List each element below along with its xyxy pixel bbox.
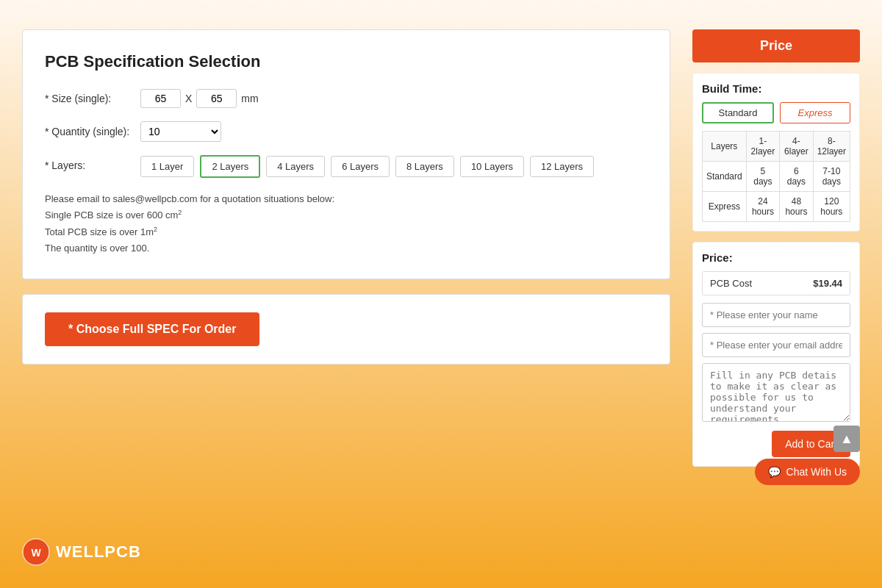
pcb-cost-row: PCB Cost $19.44 <box>702 271 850 295</box>
table-row-express: Express 24hours 48hours 120hours <box>703 192 850 222</box>
footer-logo: W WELLPCB <box>22 538 141 566</box>
row-express-8-12: 120hours <box>813 192 850 222</box>
size-separator: X <box>185 93 192 104</box>
cost-label: PCB Cost <box>710 278 752 289</box>
spec-title: PCB Specification Selection <box>45 52 648 71</box>
col-1-2: 1-2layer <box>746 132 779 162</box>
build-time-title: Build Time: <box>702 82 850 95</box>
build-time-section: Build Time: Standard Express Layers 1-2l… <box>692 73 860 232</box>
info-item-3: The quantity is over 100. <box>45 240 648 257</box>
table-row-standard: Standard 5 days 6 days 7-10days <box>703 162 850 192</box>
details-textarea[interactable] <box>702 363 850 422</box>
qty-label: * Quantity (single): <box>45 126 140 137</box>
size-row: * Size (single): X mm <box>45 89 648 108</box>
row-express-4-6: 48hours <box>780 192 813 222</box>
price-header: Price <box>692 29 860 62</box>
size-label: * Size (single): <box>45 93 140 104</box>
col-8-12: 8-12layer <box>813 132 850 162</box>
footer-logo-text: WELLPCB <box>56 542 141 562</box>
order-btn-wrap: * Choose Full SPEC For Order <box>22 294 670 365</box>
scroll-top-button[interactable]: ▲ <box>833 426 860 452</box>
layer-btn-6[interactable]: 6 Layers <box>331 156 390 177</box>
wellpcb-logo-icon: W <box>22 538 50 566</box>
info-item-2: Total PCB size is over 1m2 <box>45 224 648 240</box>
layer-btn-1[interactable]: 1 Layer <box>140 156 194 177</box>
qty-select[interactable]: 10 25 50 100 200 <box>140 121 221 142</box>
price-title: Price: <box>702 251 850 264</box>
size-unit: mm <box>241 93 258 104</box>
size-y-input[interactable] <box>196 89 237 108</box>
tab-express[interactable]: Express <box>780 102 850 123</box>
size-x-input[interactable] <box>140 89 181 108</box>
row-express-1-2: 24hours <box>746 192 779 222</box>
info-item-1: Single PCB size is over 600 cm2 <box>45 207 648 223</box>
layer-btn-10[interactable]: 10 Layers <box>460 156 524 177</box>
layers-row: * Layers: 1 Layer 2 Layers 4 Layers 6 La… <box>45 155 648 178</box>
row-express-label: Express <box>703 192 747 222</box>
email-input[interactable] <box>702 333 850 357</box>
row-standard-4-6: 6 days <box>780 162 813 192</box>
chat-label: Chat With Us <box>786 466 847 478</box>
layer-btn-8[interactable]: 8 Layers <box>395 156 454 177</box>
chat-icon: 💬 <box>768 466 781 478</box>
row-standard-8-12: 7-10days <box>813 162 850 192</box>
svg-text:W: W <box>31 547 41 559</box>
layer-btn-2[interactable]: 2 Layers <box>200 155 260 178</box>
tab-standard[interactable]: Standard <box>702 102 774 123</box>
right-panel: Price Build Time: Standard Express Layer… <box>692 29 860 467</box>
name-input[interactable] <box>702 303 850 327</box>
layer-btn-4[interactable]: 4 Layers <box>266 156 325 177</box>
left-panel: PCB Specification Selection * Size (sing… <box>22 29 670 365</box>
layers-buttons: 1 Layer 2 Layers 4 Layers 6 Layers 8 Lay… <box>140 155 594 178</box>
info-email-text: Please email to sales@wellpcb.com for a … <box>45 191 648 207</box>
info-box: Please email to sales@wellpcb.com for a … <box>45 191 648 257</box>
build-time-table: Layers 1-2layer 4-6layer 8-12layer Stand… <box>702 131 850 222</box>
cost-value: $19.44 <box>813 278 842 289</box>
size-inputs: X mm <box>140 89 259 108</box>
chat-button[interactable]: 💬 Chat With Us <box>755 459 860 485</box>
tab-row: Standard Express <box>702 102 850 123</box>
layer-btn-12[interactable]: 12 Layers <box>530 156 594 177</box>
row-standard-label: Standard <box>703 162 747 192</box>
layers-label: * Layers: <box>45 155 140 171</box>
spec-card: PCB Specification Selection * Size (sing… <box>22 29 670 279</box>
row-standard-1-2: 5 days <box>746 162 779 192</box>
qty-row: * Quantity (single): 10 25 50 100 200 <box>45 121 648 142</box>
col-layers: Layers <box>703 132 747 162</box>
col-4-6: 4-6layer <box>780 132 813 162</box>
order-button[interactable]: * Choose Full SPEC For Order <box>45 312 259 346</box>
